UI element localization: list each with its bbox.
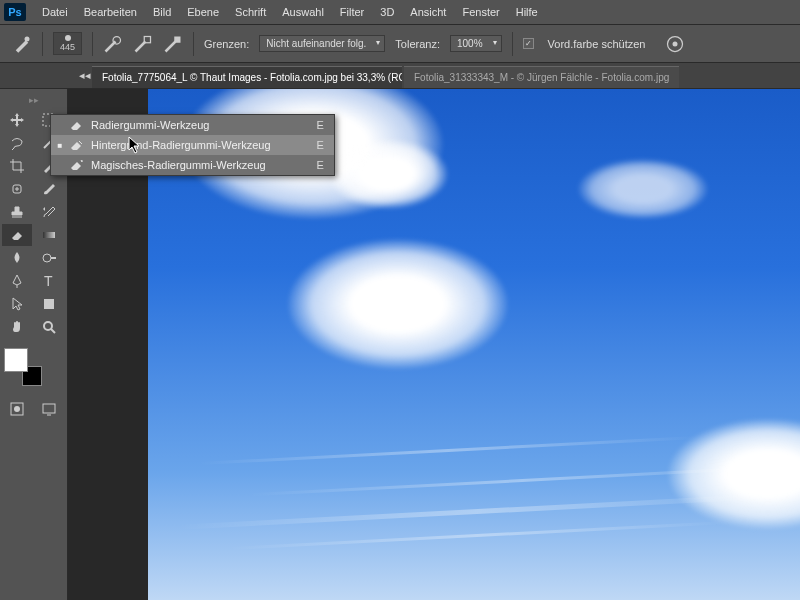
svg-point-5: [673, 41, 678, 46]
options-bar: 445 Grenzen: Nicht aufeinander folg. Tol…: [0, 25, 800, 63]
tab-label: Fotolia_7775064_L © Thaut Images - Fotol…: [102, 72, 402, 83]
flyout-item-bg-eraser[interactable]: ■ Hintergrund-Radiergummi-Werkzeug E: [51, 135, 334, 155]
sampling-once-icon[interactable]: [133, 34, 153, 54]
sampling-continuous-icon[interactable]: [103, 34, 123, 54]
crop-tool[interactable]: [2, 155, 32, 177]
magic-eraser-icon: [69, 158, 85, 172]
brush-dot-icon: [65, 35, 71, 41]
tab-strip-handle-icon[interactable]: ◂◂: [80, 62, 90, 88]
menu-datei[interactable]: Datei: [34, 3, 76, 21]
flyout-item-magic-eraser[interactable]: Magisches-Radiergummi-Werkzeug E: [51, 155, 334, 175]
svg-text:T: T: [44, 273, 53, 289]
blur-tool[interactable]: [2, 247, 32, 269]
menu-ansicht[interactable]: Ansicht: [402, 3, 454, 21]
flyout-shortcut: E: [317, 139, 324, 151]
brush-size-value: 445: [60, 42, 75, 52]
bg-eraser-icon: [69, 138, 85, 152]
menu-bild[interactable]: Bild: [145, 3, 179, 21]
menu-bearbeiten[interactable]: Bearbeiten: [76, 3, 145, 21]
heal-tool[interactable]: [2, 178, 32, 200]
eraser-icon: [69, 118, 85, 132]
dodge-tool[interactable]: [34, 247, 64, 269]
divider: [92, 32, 93, 56]
menu-3d[interactable]: 3D: [372, 3, 402, 21]
document-tab-active[interactable]: Fotolia_7775064_L © Thaut Images - Fotol…: [92, 66, 402, 88]
divider: [42, 32, 43, 56]
divider: [512, 32, 513, 56]
svg-point-9: [43, 254, 51, 262]
stamp-tool[interactable]: [2, 201, 32, 223]
lasso-tool[interactable]: [2, 132, 32, 154]
zoom-tool[interactable]: [34, 316, 64, 338]
document-tab-inactive[interactable]: Fotolia_31333343_M - © Jürgen Fälchle - …: [404, 66, 679, 88]
color-swatches[interactable]: [4, 348, 44, 388]
eraser-flyout-menu: Radiergummi-Werkzeug E ■ Hintergrund-Rad…: [50, 114, 335, 176]
svg-point-14: [14, 406, 20, 412]
menubar: Ps Datei Bearbeiten Bild Ebene Schrift A…: [0, 0, 800, 25]
tool-preset-icon[interactable]: [12, 34, 32, 54]
svg-rect-15: [43, 404, 55, 413]
type-tool[interactable]: T: [34, 270, 64, 292]
svg-rect-3: [174, 36, 180, 42]
limits-dropdown[interactable]: Nicht aufeinander folg.: [259, 35, 385, 52]
document-tabbar: ◂◂ Fotolia_7775064_L © Thaut Images - Fo…: [0, 63, 800, 89]
flyout-label: Magisches-Radiergummi-Werkzeug: [91, 159, 311, 171]
shape-tool[interactable]: [34, 293, 64, 315]
protect-label: Vord.farbe schützen: [548, 38, 646, 50]
gradient-tool[interactable]: [34, 224, 64, 246]
brush-preset-picker[interactable]: 445: [53, 32, 82, 55]
svg-point-12: [44, 322, 52, 330]
quickmask-tool[interactable]: [2, 398, 32, 420]
flyout-label: Radiergummi-Werkzeug: [91, 119, 311, 131]
sampling-swatch-icon[interactable]: [163, 34, 183, 54]
screenmode-tool[interactable]: [34, 398, 64, 420]
flyout-shortcut: E: [317, 159, 324, 171]
hand-tool[interactable]: [2, 316, 32, 338]
history-brush-tool[interactable]: [34, 201, 64, 223]
menu-schrift[interactable]: Schrift: [227, 3, 274, 21]
path-select-tool[interactable]: [2, 293, 32, 315]
pen-tool[interactable]: [2, 270, 32, 292]
eraser-tool[interactable]: [2, 224, 32, 246]
brush-tool[interactable]: [34, 178, 64, 200]
pressure-icon[interactable]: [665, 34, 685, 54]
ps-logo: Ps: [4, 3, 26, 21]
menu-hilfe[interactable]: Hilfe: [508, 3, 546, 21]
limits-label: Grenzen:: [204, 38, 249, 50]
tolerance-label: Toleranz:: [395, 38, 440, 50]
svg-rect-8: [43, 232, 55, 238]
flyout-label: Hintergrund-Radiergummi-Werkzeug: [91, 139, 311, 151]
flyout-item-eraser[interactable]: Radiergummi-Werkzeug E: [51, 115, 334, 135]
tab-label: Fotolia_31333343_M - © Jürgen Fälchle - …: [414, 72, 669, 83]
menu-ebene[interactable]: Ebene: [179, 3, 227, 21]
move-tool[interactable]: [2, 109, 32, 131]
flyout-shortcut: E: [317, 119, 324, 131]
menu-fenster[interactable]: Fenster: [454, 3, 507, 21]
divider: [193, 32, 194, 56]
current-marker: ■: [57, 141, 63, 150]
protect-checkbox[interactable]: ✓: [523, 38, 534, 49]
menu-auswahl[interactable]: Auswahl: [274, 3, 332, 21]
tolerance-dropdown[interactable]: 100%: [450, 35, 502, 52]
svg-rect-11: [44, 299, 54, 309]
toolbox-handle-icon[interactable]: ▸▸: [0, 93, 67, 107]
svg-point-1: [113, 36, 121, 44]
menu-filter[interactable]: Filter: [332, 3, 372, 21]
svg-point-0: [25, 36, 30, 41]
foreground-swatch[interactable]: [4, 348, 28, 372]
